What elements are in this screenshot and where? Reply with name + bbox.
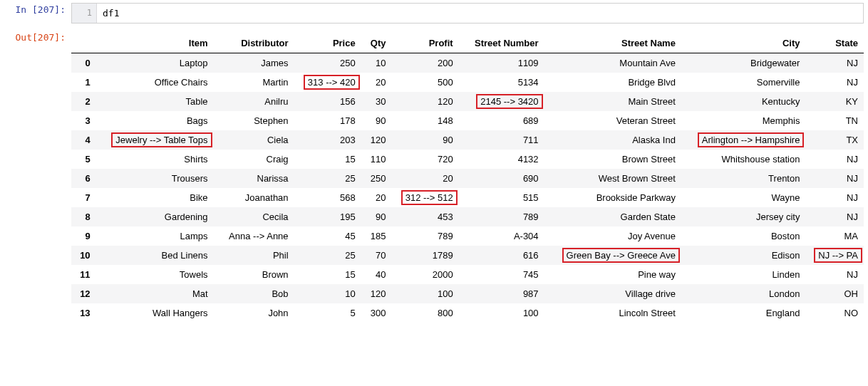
cell-qty: 120 bbox=[361, 284, 392, 303]
highlight-box: 312 --> 512 bbox=[401, 190, 458, 205]
cell-state: KY bbox=[805, 92, 864, 111]
cell-price: 5 bbox=[294, 303, 361, 323]
table-row: 3BagsStephen17890148689Veteran StreetMem… bbox=[71, 111, 864, 130]
cell-qty: 70 bbox=[361, 246, 392, 265]
highlight-box: 2145 --> 3420 bbox=[476, 94, 542, 109]
col-header: Qty bbox=[361, 33, 392, 53]
cell-qty: 250 bbox=[361, 169, 392, 188]
cell-price: 156 bbox=[294, 92, 361, 111]
cell-state: OH bbox=[805, 284, 864, 303]
cell-state: NJ bbox=[805, 207, 864, 226]
cell-price: 25 bbox=[294, 246, 361, 265]
cell-profit: 100 bbox=[392, 284, 459, 303]
output-prompt: Out[207]: bbox=[0, 28, 71, 43]
row-index: 11 bbox=[71, 265, 96, 284]
highlight-box: Jewelry --> Table Tops bbox=[111, 132, 212, 147]
output-cell: Out[207]: Item Distributor Price Qty Pro… bbox=[0, 28, 868, 323]
table-row: 7BikeJoanathan56820312 --> 512515Brooksi… bbox=[71, 188, 864, 207]
cell-dist: Anna --> Anne bbox=[214, 226, 294, 246]
cell-sname: Green Bay --> Greece Ave bbox=[544, 246, 681, 265]
row-index: 1 bbox=[71, 73, 96, 92]
cell-item: Jewelry --> Table Tops bbox=[96, 130, 214, 150]
cell-qty: 10 bbox=[361, 53, 392, 73]
cell-price: 10 bbox=[294, 284, 361, 303]
cell-dist: Bob bbox=[214, 284, 294, 303]
cell-city: Wayne bbox=[681, 188, 806, 207]
cell-snum: 987 bbox=[459, 284, 544, 303]
highlight-box: 313 --> 420 bbox=[304, 75, 360, 90]
cell-snum: 2145 --> 3420 bbox=[459, 92, 544, 111]
cell-profit: 500 bbox=[392, 73, 459, 92]
cell-profit: 120 bbox=[392, 92, 459, 111]
row-index: 9 bbox=[71, 226, 96, 246]
cell-dist: Joanathan bbox=[214, 188, 294, 207]
cell-state: NJ bbox=[805, 150, 864, 169]
cell-qty: 20 bbox=[361, 73, 392, 92]
cell-item: Office Chairs bbox=[96, 73, 214, 92]
table-row: 1Office ChairsMartin313 --> 420205005134… bbox=[71, 73, 864, 92]
header-row: Item Distributor Price Qty Profit Street… bbox=[71, 33, 864, 53]
cell-item: Bags bbox=[96, 111, 214, 130]
cell-city: Arlington --> Hampshire bbox=[681, 130, 806, 150]
cell-state: TX bbox=[805, 130, 864, 150]
cell-city: Bridgewater bbox=[681, 53, 806, 73]
cell-snum: 690 bbox=[459, 169, 544, 188]
cell-sname: Bridge Blvd bbox=[544, 73, 681, 92]
cell-profit: 200 bbox=[392, 53, 459, 73]
row-index: 10 bbox=[71, 246, 96, 265]
cell-state: NJ bbox=[805, 188, 864, 207]
row-index: 12 bbox=[71, 284, 96, 303]
highlight-box: NJ --> PA bbox=[814, 248, 862, 263]
cell-item: Towels bbox=[96, 265, 214, 284]
cell-sname: Garden State bbox=[544, 207, 681, 226]
cell-snum: 789 bbox=[459, 207, 544, 226]
table-row: 13Wall HangersJohn5300800100Lincoln Stre… bbox=[71, 303, 864, 323]
cell-item: Bed Linens bbox=[96, 246, 214, 265]
cell-item: Mat bbox=[96, 284, 214, 303]
cell-snum: A-304 bbox=[459, 226, 544, 246]
code-area[interactable]: 1 df1 bbox=[71, 3, 864, 24]
cell-qty: 300 bbox=[361, 303, 392, 323]
cell-item: Lamps bbox=[96, 226, 214, 246]
col-header: Profit bbox=[392, 33, 459, 53]
cell-price: 313 --> 420 bbox=[294, 73, 361, 92]
cell-profit: 800 bbox=[392, 303, 459, 323]
table-row: 0LaptopJames250102001109Mountain AveBrid… bbox=[71, 53, 864, 73]
col-header: City bbox=[681, 33, 806, 53]
cell-state: NJ bbox=[805, 265, 864, 284]
table-row: 8GardeningCecila19590453789Garden StateJ… bbox=[71, 207, 864, 226]
cell-qty: 110 bbox=[361, 150, 392, 169]
table-row: 5ShirtsCraig151107204132Brown StreetWhit… bbox=[71, 150, 864, 169]
cell-state: NJ bbox=[805, 73, 864, 92]
input-prompt: In [207]: bbox=[0, 0, 71, 15]
cell-sname: Pine way bbox=[544, 265, 681, 284]
cell-snum: 5134 bbox=[459, 73, 544, 92]
cell-dist: Narissa bbox=[214, 169, 294, 188]
table-row: 9LampsAnna --> Anne45185789A-304Joy Aven… bbox=[71, 226, 864, 246]
cell-snum: 689 bbox=[459, 111, 544, 130]
dataframe-table: Item Distributor Price Qty Profit Street… bbox=[71, 33, 864, 323]
cell-profit: 789 bbox=[392, 226, 459, 246]
cell-qty: 40 bbox=[361, 265, 392, 284]
cell-city: Boston bbox=[681, 226, 806, 246]
cell-city: Memphis bbox=[681, 111, 806, 130]
cell-dist: Phil bbox=[214, 246, 294, 265]
cell-profit: 148 bbox=[392, 111, 459, 130]
cell-item: Shirts bbox=[96, 150, 214, 169]
table-row: 6TrousersNarissa2525020690West Brown Str… bbox=[71, 169, 864, 188]
table-row: 11TowelsBrown15402000745Pine wayLindenNJ bbox=[71, 265, 864, 284]
table-row: 10Bed LinensPhil25701789616Green Bay -->… bbox=[71, 246, 864, 265]
cell-city: England bbox=[681, 303, 806, 323]
col-header: State bbox=[805, 33, 864, 53]
cell-qty: 185 bbox=[361, 226, 392, 246]
code-input[interactable]: df1 bbox=[97, 4, 863, 23]
cell-price: 15 bbox=[294, 150, 361, 169]
cell-dist: Anilru bbox=[214, 92, 294, 111]
row-index: 3 bbox=[71, 111, 96, 130]
cell-state: NJ --> PA bbox=[805, 246, 864, 265]
cell-sname: Village drive bbox=[544, 284, 681, 303]
cell-sname: Alaska Ind bbox=[544, 130, 681, 150]
cell-price: 178 bbox=[294, 111, 361, 130]
row-index: 8 bbox=[71, 207, 96, 226]
cell-sname: West Brown Street bbox=[544, 169, 681, 188]
